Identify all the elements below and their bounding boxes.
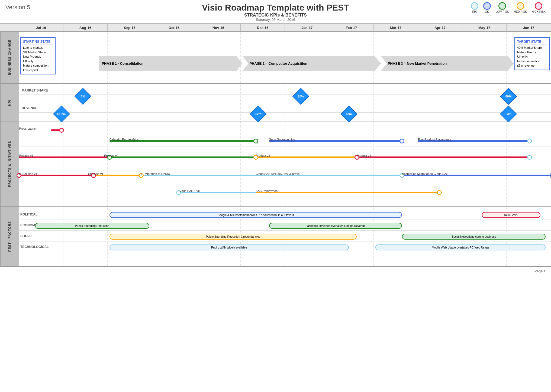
pest-bar: New Govt?	[482, 212, 540, 218]
project-label: Product v4	[357, 154, 371, 157]
project-label: Cloud SAS Trial	[179, 189, 200, 192]
footer: Page 1	[0, 267, 551, 275]
project-label: Product v1	[19, 154, 33, 157]
kpi-diamond-wrapper: £3m	[343, 108, 355, 120]
version-label: Version 5	[5, 4, 30, 11]
starting-state-box: STARTING STATELate to market.3% Market S…	[20, 37, 56, 74]
legend-label: TBC	[472, 10, 477, 14]
business-change-content: STARTING STATELate to market.3% Market S…	[19, 32, 551, 83]
legend-item: OK	[483, 2, 491, 14]
target-state-box: TARGET STATE40% Market Share.Mature Prod…	[514, 37, 550, 70]
grid-line	[285, 84, 329, 122]
kpi-diamond: 20%	[292, 88, 309, 105]
kpi-diamond: 3%	[74, 88, 91, 105]
header: Version 5 Visio Roadmap Template with PE…	[0, 0, 551, 24]
kpi-diamond-value: £3m	[505, 112, 511, 116]
project-label: IT Migration to LINUX	[141, 172, 170, 175]
business-change-label: BUSINESS CHANGE	[0, 32, 19, 83]
kpi-diamond-value: £1.2m	[57, 112, 66, 116]
grid-line	[462, 84, 507, 122]
projects-content: Press LaunchCelebrity PartnershipsSport …	[19, 122, 551, 206]
bar-circle	[399, 139, 404, 143]
kpi-diamond-wrapper: £1.2m	[56, 108, 67, 120]
month-col: May-17	[462, 24, 507, 31]
legend: TBCOKLOW RISKMED RISKHIGH RISK	[471, 2, 546, 14]
starting-state-line: UK only.	[23, 59, 53, 64]
phase-arrow: PHASE 1 - Consolidation	[99, 56, 242, 71]
pest-content: POLITICALGoogle & Microsoft monopolies P…	[19, 207, 551, 266]
pest-row-label: TECHNOLOGICAL	[20, 245, 49, 249]
grid-line	[374, 122, 418, 206]
grid-line	[241, 122, 285, 206]
grid-line	[63, 84, 108, 122]
kpi-line	[19, 112, 551, 113]
project-separator	[19, 163, 551, 163]
project-bar	[256, 192, 439, 193]
grid-line	[108, 122, 152, 206]
kpi-content: MARKET SHARE 3% 20% 40% REVENUE £1.2m £2…	[19, 84, 551, 122]
kpi-diamond-value: 40%	[505, 95, 511, 98]
project-label: Product v3	[256, 154, 270, 157]
pest-bar: Public WAN widely available	[109, 244, 349, 250]
pest-bar: Mobile Web Usage overtakes PC Web Usage	[375, 244, 546, 250]
legend-label: HIGH RISK	[532, 10, 546, 14]
project-separator	[19, 136, 551, 136]
phase-arrow: PHASE 2 – Competitor Acquisition	[242, 56, 381, 71]
grid-line	[152, 84, 196, 122]
project-label: IT Solution v1	[19, 172, 37, 175]
legend-circle	[535, 2, 542, 10]
starting-state-line: New Product.	[23, 54, 53, 59]
bar-circle	[437, 190, 442, 195]
month-col: Nov-16	[196, 24, 241, 31]
month-col: Feb-17	[329, 24, 374, 31]
kpi-diamond: £1.2m	[53, 106, 70, 122]
bar-circle	[59, 128, 64, 133]
main-title: Visio Roadmap Template with PEST	[5, 3, 546, 13]
project-bar	[357, 156, 530, 158]
starting-state-line: Late to market.	[23, 45, 53, 50]
kpi-label: KPI	[0, 84, 19, 122]
kpi-diamond-wrapper: 20%	[295, 90, 307, 102]
project-label: Sport Sponsorships	[269, 138, 295, 141]
project-separator	[19, 181, 551, 181]
grid-line	[108, 84, 152, 122]
pest-separator	[19, 230, 551, 231]
pest-separator	[19, 252, 551, 252]
kpi-diamond-wrapper: 40%	[502, 90, 514, 102]
timeline-wrapper: Jul-16Aug-16Sep-16Oct-16Nov-16Dec-16Jan-…	[0, 24, 551, 267]
date-text: Saturday, 05 March 2016	[5, 18, 546, 22]
legend-item: LOW RISK	[496, 2, 509, 14]
project-label: Product v2	[104, 154, 118, 157]
kpi-diamond-wrapper: £3m	[502, 108, 514, 120]
grid-line	[507, 122, 551, 206]
legend-circle	[498, 2, 506, 10]
project-separator	[19, 146, 551, 147]
starting-state-line: 3% Market Share.	[23, 50, 53, 55]
grid-line	[285, 122, 329, 206]
bar-circle	[527, 155, 532, 160]
project-label: SAS Deployment	[256, 189, 279, 192]
pest-bar: Facebook Revenue overtakes Google Revenu…	[269, 223, 402, 229]
timeline-header: Jul-16Aug-16Sep-16Oct-16Nov-16Dec-16Jan-…	[0, 24, 551, 32]
month-col: Jun-17	[507, 24, 551, 31]
grid-line	[374, 84, 418, 122]
pest-row-label: POLITICAL	[20, 213, 37, 216]
target-state-line: Niche domination.	[517, 59, 547, 64]
grid-line	[152, 122, 196, 206]
kpi-diamond: £2m	[250, 106, 267, 122]
month-col: Dec-16	[241, 24, 285, 31]
projects-label: PROJECTS & INITIATIVES	[0, 122, 19, 206]
page-number: Page 1	[534, 269, 546, 273]
starting-state-line: Mature competition.	[23, 63, 53, 68]
grid-line	[196, 122, 241, 206]
legend-item: TBC	[471, 2, 478, 14]
legend-circle	[483, 2, 491, 10]
pest-bar: Social Networking core to business	[402, 234, 546, 240]
kpi-section: KPI MARKET SHARE 3% 20% 40% REVENUE £1.2…	[0, 84, 551, 122]
grid-line	[19, 122, 63, 206]
kpi-line	[19, 94, 551, 95]
project-label: Stabilise v1	[88, 172, 103, 175]
grid-line	[63, 207, 108, 266]
target-state-line: Mature Product.	[517, 50, 547, 55]
legend-label: OK	[485, 10, 489, 14]
